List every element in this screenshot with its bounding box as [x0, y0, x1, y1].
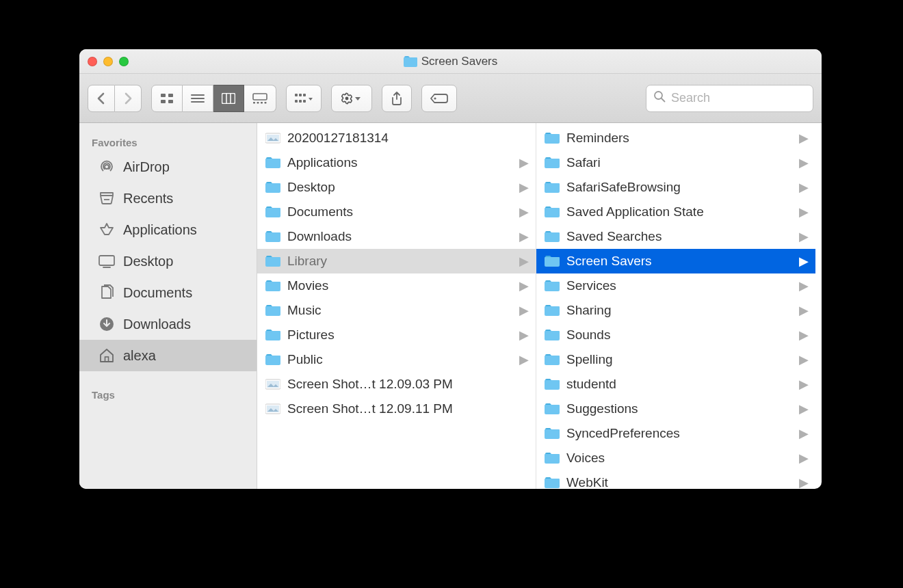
action-button[interactable] [331, 85, 372, 112]
folder-row[interactable]: Applications▶ [257, 150, 536, 175]
folder-row[interactable]: Voices▶ [536, 446, 815, 470]
chevron-right-icon: ▶ [799, 131, 809, 146]
sidebar-item-applications[interactable]: Applications [79, 214, 257, 245]
image-file-icon [264, 403, 282, 415]
chevron-right-icon: ▶ [799, 377, 809, 392]
sidebar-item-downloads[interactable]: Downloads [79, 308, 257, 340]
sidebar-item-documents[interactable]: Documents [79, 277, 257, 308]
folder-row[interactable]: Safari▶ [536, 150, 815, 175]
image-file-icon [264, 378, 282, 390]
svg-rect-19 [299, 100, 302, 103]
folder-row[interactable]: Library▶ [257, 249, 536, 273]
row-label: 20200127181314 [287, 131, 529, 146]
row-label: Spelling [566, 352, 791, 367]
sidebar-item-home[interactable]: alexa [79, 340, 257, 371]
folder-row[interactable]: Spelling▶ [536, 347, 815, 372]
folder-row[interactable]: Services▶ [536, 273, 815, 298]
view-group [151, 85, 276, 112]
svg-rect-30 [105, 357, 109, 362]
chevron-right-icon: ▶ [519, 352, 529, 367]
row-label: Sharing [566, 303, 791, 318]
group-by-button[interactable] [286, 85, 322, 112]
folder-row[interactable]: Sounds▶ [536, 323, 815, 347]
traffic-lights [88, 57, 129, 66]
chevron-right-icon: ▶ [799, 328, 809, 343]
row-label: Screen Shot…t 12.09.03 PM [287, 377, 529, 392]
folder-row[interactable]: WebKit▶ [536, 470, 815, 489]
folder-icon [543, 477, 561, 489]
close-window-button[interactable] [88, 57, 97, 66]
forward-button[interactable] [115, 85, 142, 112]
folder-row[interactable]: Desktop▶ [257, 175, 536, 200]
finder-window: Screen Savers [79, 49, 822, 489]
file-row[interactable]: 20200127181314 [257, 126, 536, 150]
sidebar-item-airdrop[interactable]: AirDrop [79, 151, 257, 183]
folder-row[interactable]: SyncedPreferences▶ [536, 421, 815, 446]
minimize-window-button[interactable] [103, 57, 113, 66]
folder-row[interactable]: Suggestions▶ [536, 397, 815, 421]
sidebar-item-recents[interactable]: Recents [79, 183, 257, 214]
folder-row[interactable]: studentd▶ [536, 372, 815, 397]
zoom-window-button[interactable] [119, 57, 129, 66]
sidebar-item-label: AirDrop [123, 159, 170, 175]
row-label: SafariSafeBrowsing [566, 180, 791, 195]
folder-icon [543, 132, 561, 144]
folder-row[interactable]: Pictures▶ [257, 323, 536, 347]
row-label: studentd [566, 377, 791, 392]
row-label: Desktop [287, 180, 511, 195]
folder-row[interactable]: Music▶ [257, 298, 536, 323]
row-label: Screen Shot…t 12.09.11 PM [287, 401, 529, 416]
row-label: Applications [287, 155, 511, 170]
folder-row[interactable]: Screen Savers▶ [536, 249, 815, 273]
folder-icon [543, 181, 561, 193]
chevron-right-icon: ▶ [799, 278, 809, 293]
file-row[interactable]: Screen Shot…t 12.09.03 PM [257, 372, 536, 397]
column-1[interactable]: 20200127181314Applications▶Desktop▶Docum… [257, 123, 536, 489]
folder-row[interactable]: SafariSafeBrowsing▶ [536, 175, 815, 200]
airdrop-icon [97, 159, 116, 175]
window-title: Screen Savers [79, 55, 822, 68]
column-2[interactable]: Reminders▶Safari▶SafariSafeBrowsing▶Save… [536, 123, 815, 489]
chevron-right-icon: ▶ [519, 229, 529, 244]
folder-row[interactable]: Reminders▶ [536, 126, 815, 150]
search-input[interactable] [670, 90, 822, 106]
row-label: Saved Searches [566, 229, 791, 244]
search-field[interactable] [646, 85, 813, 112]
folder-row[interactable]: Public▶ [257, 347, 536, 372]
chevron-right-icon: ▶ [799, 475, 809, 489]
folder-row[interactable]: Documents▶ [257, 200, 536, 224]
view-gallery-button[interactable] [244, 85, 276, 112]
svg-rect-13 [261, 102, 263, 104]
folder-row[interactable]: Downloads▶ [257, 224, 536, 249]
share-button[interactable] [382, 85, 412, 112]
chevron-right-icon: ▶ [799, 352, 809, 367]
svg-rect-1 [168, 94, 173, 97]
tags-button[interactable] [421, 85, 457, 112]
folder-icon [264, 353, 282, 366]
file-row[interactable]: Screen Shot…t 12.09.11 PM [257, 397, 536, 421]
sidebar-item-label: Documents [123, 285, 192, 301]
folder-icon [543, 255, 561, 267]
view-column-button[interactable] [213, 85, 244, 112]
row-label: Sounds [566, 328, 791, 343]
row-label: Documents [287, 204, 511, 219]
toolbar [79, 74, 822, 123]
folder-icon [543, 206, 561, 218]
row-label: Reminders [566, 131, 791, 146]
sidebar-item-desktop[interactable]: Desktop [79, 245, 257, 277]
chevron-right-icon: ▶ [519, 204, 529, 219]
view-icon-button[interactable] [151, 85, 183, 112]
back-button[interactable] [88, 85, 115, 112]
sidebar-heading-tags: Tags [79, 381, 257, 403]
view-list-button[interactable] [183, 85, 213, 112]
row-label: WebKit [566, 475, 791, 489]
folder-row[interactable]: Saved Searches▶ [536, 224, 815, 249]
folder-row[interactable]: Movies▶ [257, 273, 536, 298]
chevron-right-icon: ▶ [519, 254, 529, 269]
chevron-right-icon: ▶ [799, 204, 809, 219]
applications-icon [97, 222, 116, 237]
folder-icon [543, 403, 561, 415]
folder-row[interactable]: Sharing▶ [536, 298, 815, 323]
chevron-right-icon: ▶ [799, 426, 809, 441]
folder-row[interactable]: Saved Application State▶ [536, 200, 815, 224]
